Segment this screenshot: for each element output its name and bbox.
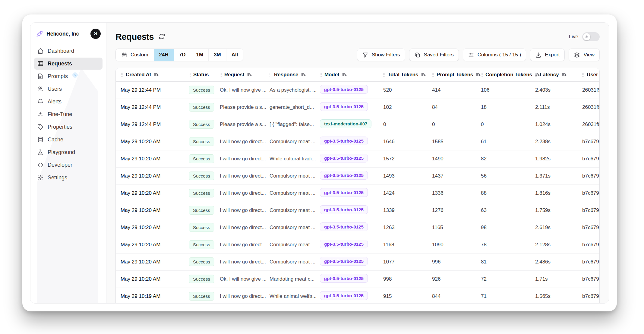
live-control: Live [569, 32, 600, 41]
model-cell: gpt-3.5-turbo-0125 [317, 150, 381, 167]
drag-handle-icon[interactable] [383, 72, 386, 77]
column-header-prompt-tokens[interactable]: Prompt Tokens [430, 68, 478, 81]
table-row[interactable]: May 29 10:20 AMSuccessI will now go dire… [116, 133, 600, 150]
requests-table: Created AtStatusRequestResponseModelTota… [116, 68, 600, 303]
view-button[interactable]: View [569, 49, 600, 61]
column-header-completion-tokens[interactable]: Completion Tokens [478, 68, 533, 81]
status-cell: Success [186, 99, 217, 116]
total-tokens-cell: 102 [381, 99, 430, 116]
column-header-model[interactable]: Model [317, 68, 381, 81]
total-tokens-cell: 1339 [381, 202, 430, 219]
export-button[interactable]: Export [530, 49, 565, 61]
model-badge: gpt-3.5-turbo-0125 [320, 205, 368, 214]
table-row[interactable]: May 29 10:20 AMSuccessI will now go dire… [116, 236, 600, 253]
status-cell: Success [186, 167, 217, 184]
table-row[interactable]: May 29 10:20 AMSuccessI will now go dire… [116, 184, 600, 202]
sort-icon[interactable] [562, 72, 567, 77]
request-cell: Ok, I will now give ... [217, 81, 267, 99]
column-header-request[interactable]: Request [217, 68, 267, 81]
status-badge: Success [189, 257, 214, 266]
table-row[interactable]: May 29 12:44 PMSuccessOk, I will now giv… [116, 81, 600, 99]
table-row[interactable]: May 29 10:20 AMSuccessI will now go dire… [116, 150, 600, 167]
range-button-24h[interactable]: 24H [154, 49, 174, 61]
total-tokens-cell: 1077 [381, 253, 430, 270]
column-header-latency[interactable]: Latency [533, 68, 580, 81]
status-cell: Success [186, 150, 217, 167]
show-filters-button[interactable]: Show Filters [357, 49, 405, 61]
model-badge: gpt-3.5-turbo-0125 [320, 188, 368, 197]
drag-handle-icon[interactable] [582, 72, 585, 77]
response-cell: Compulsory meat ... [267, 133, 317, 150]
sidebar-item-alerts[interactable]: Alerts [34, 96, 103, 108]
sort-icon[interactable] [247, 72, 252, 77]
custom-range-button[interactable]: Custom [116, 49, 154, 61]
avatar[interactable]: S [90, 29, 101, 39]
button-label: Saved Filters [424, 52, 454, 58]
column-header-created-at[interactable]: Created At [116, 68, 186, 81]
user-cell: b7c67919-39 [580, 219, 600, 236]
drag-handle-icon[interactable] [535, 72, 538, 77]
status-badge: Success [189, 137, 214, 146]
user-cell: 26031f90-68 [580, 99, 600, 116]
drag-handle-icon[interactable] [431, 72, 434, 77]
sort-icon[interactable] [301, 72, 306, 77]
sort-icon[interactable] [154, 72, 159, 77]
sidebar-item-prompts[interactable]: Prompts [34, 70, 103, 82]
response-cell: Mandating meat c... [267, 270, 317, 288]
column-header-user[interactable]: User [580, 68, 600, 81]
sidebar-item-developer[interactable]: Developer [34, 159, 103, 171]
range-button-7d[interactable]: 7D [174, 49, 191, 61]
sidebar-item-properties[interactable]: Properties [34, 121, 103, 133]
table-row[interactable]: May 29 10:20 AMSuccessI will now go dire… [116, 253, 600, 270]
org-name: Helicone, Inc [46, 31, 79, 37]
range-button-all[interactable]: All [226, 49, 243, 61]
drag-handle-icon[interactable] [188, 72, 191, 77]
sidebar-item-label: Alerts [48, 99, 62, 105]
sidebar-item-settings[interactable]: Settings [34, 172, 103, 184]
drag-handle-icon[interactable] [269, 72, 272, 77]
user-cell: b7c67919-39 [580, 133, 600, 150]
table-row[interactable]: May 29 10:20 AMSuccessI will now go dire… [116, 167, 600, 184]
drag-handle-icon[interactable] [480, 72, 483, 77]
sidebar-item-fine-tune[interactable]: Fine-Tune [34, 108, 103, 120]
sort-icon[interactable] [421, 72, 426, 77]
prompt-tokens-cell: 1336 [430, 184, 478, 202]
drag-handle-icon[interactable] [121, 72, 124, 77]
table-row[interactable]: May 29 10:20 AMSuccessI will now go dire… [116, 219, 600, 236]
user-cell: b7c67919-39 [580, 270, 600, 288]
sidebar-item-users[interactable]: Users [34, 83, 103, 95]
table-row[interactable]: May 29 10:20 AMSuccessI will now go dire… [116, 202, 600, 219]
saved-filters-button[interactable]: Saved Filters [409, 49, 459, 61]
sidebar-item-requests[interactable]: Requests [34, 58, 103, 70]
org-switcher[interactable]: Helicone, Inc S [33, 27, 103, 44]
sidebar-item-dashboard[interactable]: Dashboard [34, 45, 103, 57]
model-cell: gpt-3.5-turbo-0125 [317, 99, 381, 116]
status-cell: Success [186, 253, 217, 270]
latency-cell: 1.982s [533, 150, 580, 167]
drag-handle-icon[interactable] [219, 72, 222, 77]
sidebar: Helicone, Inc S DashboardRequestsPrompts… [30, 23, 106, 303]
sort-icon[interactable] [342, 72, 347, 77]
sidebar-item-cache[interactable]: Cache [34, 134, 103, 146]
model-badge: gpt-3.5-turbo-0125 [320, 257, 368, 266]
prompt-tokens-cell: 1090 [430, 236, 478, 253]
live-toggle[interactable] [582, 32, 600, 41]
drag-handle-icon[interactable] [319, 72, 322, 77]
response-cell: Compulsory meat ... [267, 184, 317, 202]
column-header-total-tokens[interactable]: Total Tokens [381, 68, 430, 81]
latency-cell: 1.565s [533, 288, 580, 303]
column-header-status[interactable]: Status [186, 68, 217, 81]
range-button-1m[interactable]: 1M [191, 49, 209, 61]
range-button-3m[interactable]: 3M [208, 49, 226, 61]
table-row[interactable]: May 29 10:20 AMSuccessOk, I will now giv… [116, 270, 600, 288]
request-cell: I will now go direct... [217, 236, 267, 253]
table-row[interactable]: May 29 10:19 AMSuccessI will now go dire… [116, 288, 600, 303]
status-cell: Success [186, 116, 217, 133]
column-header-response[interactable]: Response [267, 68, 317, 81]
completion-tokens-cell: 106 [478, 81, 533, 99]
sidebar-item-playground[interactable]: Playground [34, 146, 103, 158]
refresh-icon[interactable] [159, 33, 166, 40]
columns-button[interactable]: Columns ( 15 / 15 ) [463, 49, 526, 61]
table-row[interactable]: May 29 12:44 PMSuccessPlease provide a s… [116, 99, 600, 116]
table-row[interactable]: May 29 12:44 PMSuccessPlease provide a s… [116, 116, 600, 133]
